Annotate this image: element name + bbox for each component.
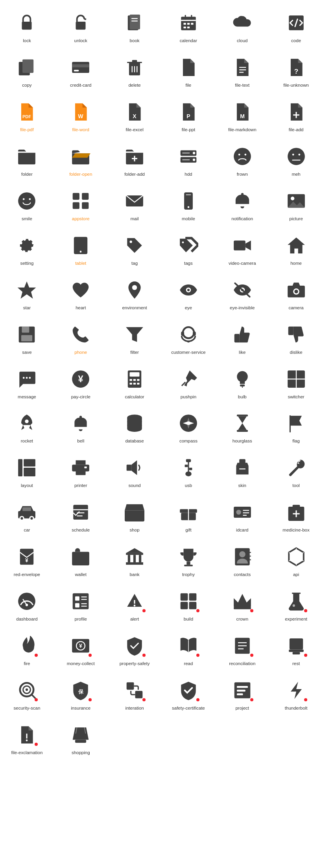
icon-appstore: appstore: [54, 182, 108, 227]
camera-icon: [284, 278, 308, 302]
svg-rect-101: [133, 383, 136, 385]
svg-rect-219: [75, 740, 86, 743]
phone-icon: [69, 323, 92, 346]
build-icon: [177, 589, 200, 613]
car-icon: [15, 500, 39, 524]
svg-point-86: [183, 327, 194, 338]
icon-bulb: bulb: [215, 360, 269, 405]
usb-icon: [177, 456, 200, 480]
icon-usb: usb: [161, 449, 215, 493]
environment-icon: [123, 278, 146, 302]
icon-property-safety: property-safety: [108, 627, 162, 671]
crown-icon: [231, 589, 254, 613]
fire-icon: [15, 634, 39, 658]
red-envelope-icon: ¥: [15, 545, 39, 569]
api-label: api: [293, 572, 299, 578]
folder-open-icon: [69, 145, 92, 168]
svg-point-128: [185, 472, 192, 477]
rocket-label: rocket: [21, 438, 33, 444]
svg-rect-165: [133, 555, 136, 563]
pay-circle-label: pay-circle: [71, 394, 90, 400]
svg-rect-129: [239, 459, 245, 461]
smile-icon: [15, 189, 39, 213]
svg-rect-137: [73, 505, 88, 520]
icon-picture: picture: [269, 182, 323, 227]
idcard-icon: [231, 500, 254, 524]
mail-label: mail: [131, 216, 139, 222]
mobile-icon: [177, 189, 200, 213]
thunderbolt-label: thunderbolt: [285, 705, 308, 711]
compass-label: compass: [179, 438, 197, 444]
delete-label: delete: [128, 82, 140, 88]
icon-hdd: hdd: [161, 138, 215, 182]
svg-point-218: [26, 740, 28, 742]
safety-certificate-icon: [177, 678, 200, 702]
svg-rect-119: [24, 468, 36, 476]
flag-label: flag: [292, 438, 300, 444]
credit-card-label: credit-card: [70, 82, 91, 88]
icon-switcher: switcher: [269, 360, 323, 405]
svg-point-193: [292, 604, 295, 607]
icon-file-add: file-add: [269, 93, 323, 138]
sound-icon: [123, 456, 146, 480]
hourglass-icon: [231, 411, 254, 435]
hourglass-label: hourglass: [233, 438, 252, 444]
idcard-label: idcard: [236, 527, 248, 533]
icon-shop: shop: [108, 493, 162, 538]
svg-text:¥: ¥: [79, 643, 82, 649]
file-excel-label: file-excel: [126, 127, 143, 133]
wallet-icon: [69, 545, 92, 569]
icon-folder-open: folder-open: [54, 138, 108, 182]
svg-marker-190: [234, 594, 251, 607]
flag-icon: [284, 411, 308, 435]
svg-rect-202: [289, 638, 303, 649]
camera-label: camera: [288, 305, 303, 311]
icon-file-word: W file-word: [54, 93, 108, 138]
read-icon: [177, 634, 200, 658]
icon-mail: mail: [108, 182, 162, 227]
star-icon: [15, 278, 39, 302]
svg-rect-3: [130, 15, 140, 30]
icon-dashboard: dashboard: [0, 582, 54, 627]
icon-bell: bell: [54, 404, 108, 449]
svg-point-170: [239, 551, 245, 558]
setting-icon: [15, 234, 39, 257]
icon-folder: folder: [0, 138, 54, 182]
svg-point-52: [298, 154, 300, 156]
icon-save: save: [0, 316, 54, 360]
message-icon: [15, 367, 39, 391]
database-label: database: [125, 438, 144, 444]
icon-file-ppt: P file-ppt: [161, 93, 215, 138]
icon-video-camera: video-camera: [215, 227, 269, 271]
trophy-icon: [177, 545, 200, 569]
project-icon: [231, 678, 254, 702]
icon-lock: lock: [0, 4, 54, 48]
bulb-icon: [231, 367, 254, 391]
icon-shopping: shopping: [54, 716, 108, 760]
svg-point-50: [288, 148, 305, 165]
bulb-label: bulb: [238, 394, 247, 400]
file-label: file: [186, 82, 192, 88]
hdd-label: hdd: [185, 171, 192, 177]
icon-sound: sound: [108, 449, 162, 493]
icon-thunderbolt: thunderbolt: [269, 671, 323, 716]
file-excel-icon: X: [123, 100, 146, 124]
heart-icon: [69, 278, 92, 302]
rest-icon: [284, 634, 308, 658]
svg-point-75: [187, 289, 190, 291]
svg-rect-57: [73, 193, 79, 199]
svg-rect-99: [137, 379, 139, 381]
svg-rect-96: [130, 372, 140, 376]
build-label: build: [184, 616, 193, 622]
icon-api: api: [269, 538, 323, 582]
svg-rect-20: [72, 64, 89, 67]
lock-label: lock: [23, 38, 31, 44]
calendar-label: calendar: [180, 38, 197, 44]
gift-icon: [177, 500, 200, 524]
svg-rect-83: [22, 326, 30, 333]
icon-contacts: contacts: [215, 538, 269, 582]
read-label: read: [184, 661, 193, 667]
shop-icon: [123, 500, 146, 524]
save-label: save: [22, 349, 31, 355]
frown-icon: [231, 145, 254, 168]
